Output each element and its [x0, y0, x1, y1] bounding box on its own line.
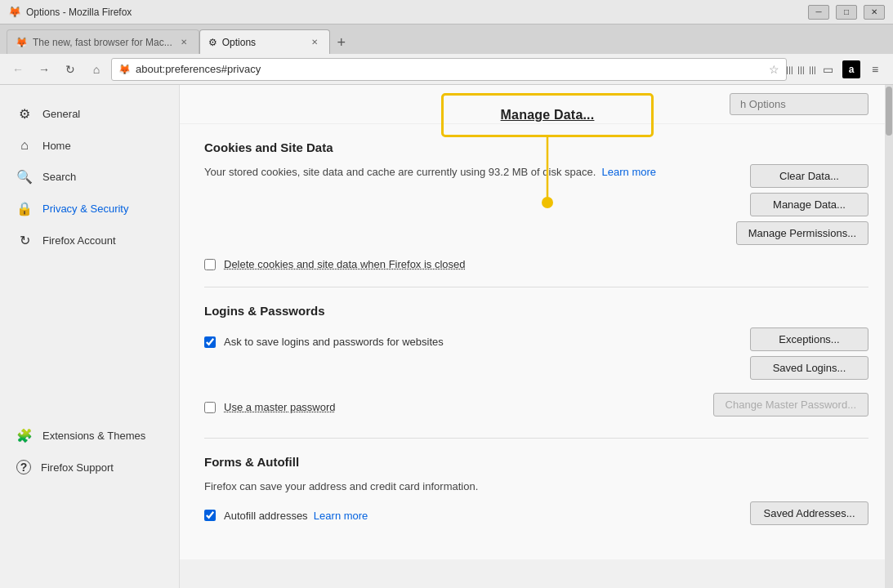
- sidebar-item-privacy[interactable]: 🔒 Privacy & Security: [0, 193, 179, 225]
- delete-cookies-label: Delete cookies and site data when Firefo…: [224, 258, 466, 270]
- delete-cookies-checkbox[interactable]: [204, 259, 216, 270]
- minimize-button[interactable]: ─: [808, 5, 829, 20]
- firefox-logo-icon: 🦊: [8, 6, 21, 19]
- delete-cookies-row: Delete cookies and site data when Firefo…: [204, 258, 868, 270]
- tab-new-fast-browser[interactable]: 🦊 The new, fast browser for Mac... ✕: [7, 29, 199, 54]
- content-wrapper: Manage Data... Cookies and Site Data You…: [180, 85, 893, 588]
- cookies-description-area: Your stored cookies, site data and cache…: [204, 164, 736, 187]
- sidebar-item-home[interactable]: ⌂ Home: [0, 130, 179, 161]
- cookies-section-title: Cookies and Site Data: [204, 140, 868, 154]
- master-password-left: Use a master password: [204, 393, 713, 421]
- sidebar-item-label: Privacy & Security: [42, 203, 128, 215]
- autofill-row: Autofill addresses Learn more Saved Addr…: [204, 501, 868, 530]
- exceptions-button[interactable]: Exceptions...: [750, 327, 868, 351]
- autofill-button-group: Saved Addresses...: [750, 501, 868, 525]
- extensions-icon: 🧩: [16, 428, 33, 443]
- search-icon: 🔍: [16, 169, 33, 185]
- tab-close-icon[interactable]: ✕: [308, 36, 321, 49]
- window-controls: ─ □ ✕: [808, 5, 885, 20]
- back-button[interactable]: ←: [7, 58, 29, 81]
- bookmarks-icon[interactable]: ⫼⫼⫼: [790, 58, 813, 81]
- firefox-url-icon: 🦊: [118, 64, 131, 75]
- toolbar-right-icons: ⫼⫼⫼ ▭ a ≡: [790, 58, 886, 81]
- master-password-checkbox[interactable]: [204, 402, 216, 413]
- sidebar-item-label: Firefox Account: [42, 234, 116, 247]
- sidebar-item-label: Firefox Support: [41, 461, 114, 474]
- autofill-left: Autofill addresses Learn more: [204, 501, 750, 530]
- logins-ask-area: Ask to save logins and passwords for web…: [204, 327, 750, 356]
- tab-bar: 🦊 The new, fast browser for Mac... ✕ ⚙ O…: [0, 24, 893, 54]
- tab-icon: 🦊: [16, 37, 28, 48]
- sidebar-item-search[interactable]: 🔍 Search: [0, 161, 179, 193]
- ask-logins-label: Ask to save logins and passwords for web…: [224, 336, 444, 348]
- tab-label: Options: [222, 37, 256, 48]
- reload-button[interactable]: ↻: [59, 58, 82, 81]
- cookies-section: Cookies and Site Data Your stored cookie…: [204, 140, 868, 270]
- sync-account-icon: ↻: [16, 233, 33, 248]
- scrollbar-thumb[interactable]: [886, 87, 892, 136]
- cookies-info-row: Your stored cookies, site data and cache…: [204, 164, 868, 245]
- maximize-button[interactable]: □: [836, 5, 857, 20]
- bookmark-star-icon[interactable]: ☆: [769, 63, 779, 76]
- autofill-label: Autofill addresses Learn more: [224, 510, 368, 522]
- cookies-description: Your stored cookies, site data and cache…: [204, 164, 736, 180]
- master-password-row: Use a master password Change Master Pass…: [204, 393, 868, 421]
- forms-section: Forms & Autofill Firefox can save your a…: [204, 455, 868, 530]
- section-divider-1: [204, 287, 868, 287]
- logins-ask-row: Ask to save logins and passwords for web…: [204, 327, 868, 380]
- sidebar-item-label: General: [42, 108, 80, 120]
- change-master-password-button[interactable]: Change Master Password...: [713, 393, 868, 416]
- new-tab-button[interactable]: +: [330, 31, 353, 54]
- home-icon: ⌂: [16, 138, 33, 153]
- sidebar: ⚙ General ⌂ Home 🔍 Search 🔒 Privacy & Se…: [0, 85, 180, 588]
- tab-options[interactable]: ⚙ Options ✕: [199, 29, 330, 54]
- master-password-button-group: Change Master Password...: [713, 393, 868, 416]
- tab-close-icon[interactable]: ✕: [177, 36, 190, 49]
- master-password-label: Use a master password: [224, 401, 336, 413]
- sidebar-item-general[interactable]: ⚙ General: [0, 98, 179, 130]
- sidebar-item-label: Search: [42, 171, 76, 183]
- partial-top-section: [180, 85, 893, 124]
- lock-icon: 🔒: [16, 201, 33, 216]
- section-divider-2: [204, 438, 868, 439]
- sidebar-item-label: Home: [42, 140, 71, 152]
- toolbar: ← → ↻ ⌂ 🦊 about:preferences#privacy ☆ ⫼⫼…: [0, 54, 893, 85]
- scrollbar[interactable]: [885, 85, 893, 588]
- window-title: Options - Mozilla Firefox: [26, 7, 808, 18]
- saved-logins-button[interactable]: Saved Logins...: [750, 356, 868, 380]
- ask-logins-row: Ask to save logins and passwords for web…: [204, 336, 750, 348]
- manage-data-button[interactable]: Manage Data...: [750, 193, 868, 216]
- tab-label: The new, fast browser for Mac...: [33, 37, 172, 48]
- help-icon: ?: [16, 460, 31, 474]
- sidebar-item-support[interactable]: ? Firefox Support: [0, 452, 179, 483]
- main-content: Cookies and Site Data Your stored cookie…: [180, 124, 893, 559]
- cookies-learn-more-link[interactable]: Learn more: [602, 166, 656, 178]
- tab-gear-icon: ⚙: [208, 37, 217, 48]
- url-bar[interactable]: 🦊 about:preferences#privacy ☆: [111, 58, 787, 81]
- sync-icon[interactable]: ▭: [816, 58, 839, 81]
- forms-description: Firefox can save your address and credit…: [204, 479, 868, 495]
- sidebar-item-extensions[interactable]: 🧩 Extensions & Themes: [0, 420, 179, 452]
- master-password-checkbox-row: Use a master password: [204, 401, 713, 413]
- manage-permissions-button[interactable]: Manage Permissions...: [736, 221, 868, 245]
- menu-icon[interactable]: ≡: [864, 58, 886, 81]
- logins-section: Logins & Passwords Ask to save logins an…: [204, 304, 868, 421]
- sidebar-item-label: Extensions & Themes: [42, 430, 145, 442]
- amazon-icon[interactable]: a: [842, 60, 860, 78]
- autofill-learn-more-link[interactable]: Learn more: [314, 510, 368, 522]
- autofill-checkbox[interactable]: [204, 510, 216, 521]
- forward-button[interactable]: →: [33, 58, 56, 81]
- home-button[interactable]: ⌂: [85, 58, 108, 81]
- sidebar-item-firefox-account[interactable]: ↻ Firefox Account: [0, 225, 179, 256]
- clear-data-button[interactable]: Clear Data...: [750, 164, 868, 188]
- close-button[interactable]: ✕: [864, 5, 885, 20]
- search-options-input[interactable]: [730, 93, 868, 115]
- url-text: about:preferences#privacy: [136, 63, 764, 75]
- forms-section-title: Forms & Autofill: [204, 455, 868, 469]
- logins-section-title: Logins & Passwords: [204, 304, 868, 318]
- main-layout: ⚙ General ⌂ Home 🔍 Search 🔒 Privacy & Se…: [0, 85, 893, 588]
- saved-addresses-button[interactable]: Saved Addresses...: [750, 501, 868, 525]
- ask-logins-checkbox[interactable]: [204, 336, 216, 348]
- cookies-button-group: Clear Data... Manage Data... Manage Perm…: [736, 164, 868, 245]
- autofill-checkbox-row: Autofill addresses Learn more: [204, 510, 750, 522]
